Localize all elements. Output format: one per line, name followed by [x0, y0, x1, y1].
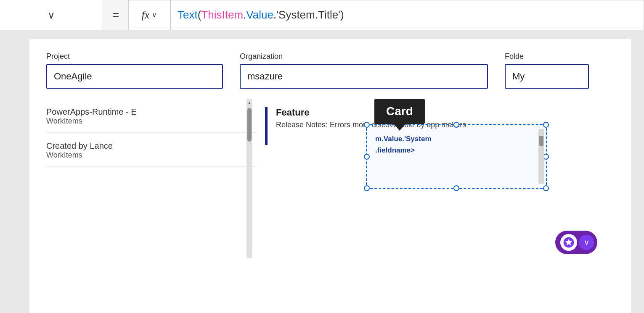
right-content: Feature Release Notes: Errors more disco…: [257, 99, 614, 258]
org-field-group: Organization: [240, 52, 488, 89]
expr-close-paren: ): [340, 8, 344, 21]
project-field-group: Project: [46, 52, 223, 89]
formula-dropdown[interactable]: ∨: [0, 0, 103, 30]
card-scrollbar[interactable]: [538, 129, 544, 184]
ai-assistant-button[interactable]: ∨: [555, 231, 597, 254]
expr-dot2: .: [273, 8, 276, 21]
scroll-thumb[interactable]: [247, 108, 252, 142]
formula-expression[interactable]: Text(ThisItem.Value.'System.Title'): [170, 0, 644, 30]
chevron-down-icon: ∨: [48, 9, 55, 21]
fx-chevron-icon: ∨: [152, 11, 157, 19]
list-item-subtitle: WorkItems: [46, 151, 257, 160]
fx-button[interactable]: fx ∨: [128, 0, 170, 30]
fx-label: fx: [142, 9, 150, 21]
org-input[interactable]: [240, 64, 488, 89]
expr-field: 'System.Title': [276, 8, 340, 21]
feature-title: Feature: [276, 107, 466, 118]
handle-top-right[interactable]: [543, 122, 549, 128]
list-item-title: PowerApps-Runtime - E: [46, 107, 257, 117]
folder-input[interactable]: [505, 64, 589, 89]
selected-card[interactable]: m.Value.'System .fieldname>: [366, 124, 547, 189]
org-label: Organization: [240, 52, 488, 61]
expr-open-paren: (: [198, 8, 201, 21]
list-item[interactable]: Created by Lance WorkItems: [46, 133, 257, 167]
card-inner-text: m.Value.'System .fieldname>: [375, 133, 432, 156]
formula-bar: ∨ = fx ∨ Text(ThisItem.Value.'System.Tit…: [0, 0, 644, 30]
list-area: ▲ PowerApps-Runtime - E WorkItems Create…: [29, 99, 631, 258]
expr-this-item: ThisItem: [201, 8, 243, 21]
list-item-title: Created by Lance: [46, 141, 257, 151]
expr-value: Value: [246, 8, 273, 21]
expr-func: Text: [178, 8, 198, 21]
equals-sign: =: [103, 0, 128, 30]
list-item[interactable]: PowerApps-Runtime - E WorkItems: [46, 99, 257, 133]
list-item-subtitle: WorkItems: [46, 117, 257, 126]
handle-top-left[interactable]: [364, 122, 370, 128]
handle-top-mid[interactable]: [453, 122, 459, 128]
scroll-up-arrow[interactable]: ▲: [246, 99, 252, 106]
project-input[interactable]: [46, 64, 223, 89]
left-scrollbar[interactable]: ▲: [246, 99, 252, 258]
folder-label: Folde: [505, 52, 589, 61]
card-tooltip: Card: [374, 99, 425, 124]
main-area: Project Organization Folde ▲ Powe: [0, 30, 644, 313]
expr-dot1: .: [243, 8, 246, 21]
ai-chevron-icon[interactable]: ∨: [579, 235, 594, 250]
project-label: Project: [46, 52, 223, 61]
card-scrollbar-thumb: [539, 136, 543, 146]
ai-icon: [560, 234, 577, 251]
card-bubble: Card: [374, 99, 425, 124]
feature-bar: [265, 107, 268, 145]
left-list: ▲ PowerApps-Runtime - E WorkItems Create…: [46, 99, 257, 258]
handle-mid-left[interactable]: [364, 154, 370, 160]
content-panel: Project Organization Folde ▲ Powe: [29, 39, 631, 313]
fields-row: Project Organization Folde: [29, 39, 631, 99]
handle-bottom-mid[interactable]: [453, 185, 459, 191]
handle-bottom-left[interactable]: [364, 185, 370, 191]
folder-field-group: Folde: [505, 52, 589, 89]
handle-bottom-right[interactable]: [543, 185, 549, 191]
